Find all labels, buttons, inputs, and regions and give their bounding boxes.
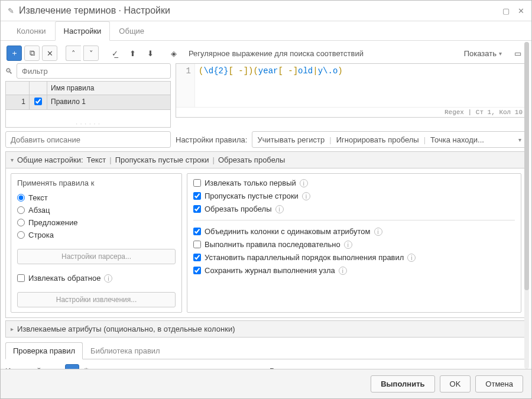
window-controls: ▢ ✕ <box>502 7 524 15</box>
extract-inverse-checkbox[interactable]: Извлекать обратное i <box>17 274 176 283</box>
main-tabs: Колонки Настройки Общие <box>1 21 531 41</box>
check-journal[interactable]: Сохранить журнал выполнения узла i <box>193 266 515 275</box>
rule-settings-label: Настройки правила: <box>176 135 247 144</box>
options-box: Извлекать только первый i Пропускать пус… <box>187 173 521 313</box>
rules-toolbar: ＋ ⧉ ✕ ˄ ˅ ✓̲ ⬆ ⬇ ◈ Регулярное выражение … <box>5 43 527 63</box>
rule-settings-dropdown[interactable]: Учитывать регистр | Игнорировать пробелы… <box>252 131 527 148</box>
show-dropdown[interactable]: Показать ▾ <box>464 49 502 58</box>
extractable-attrs-header[interactable]: ▸ Извлекаемые атрибуты (опционально, в о… <box>5 320 527 338</box>
scrollbar[interactable] <box>524 42 529 369</box>
info-icon: i <box>374 228 382 236</box>
radio-line[interactable]: Строка <box>17 231 176 239</box>
tab-settings[interactable]: Настройки <box>55 21 111 41</box>
preview-tabs: Проверка правил Библиотека правил <box>5 342 527 359</box>
pencil-icon: ✎ <box>8 7 14 15</box>
run-preview-button[interactable]: ▶ <box>65 364 79 369</box>
check-merge-cols[interactable]: Объединить колонки с одинаковым атрибуто… <box>193 227 515 236</box>
move-up-button[interactable]: ˄ <box>66 46 81 61</box>
rule-index: 1 <box>6 95 30 109</box>
filter-input[interactable] <box>17 63 171 79</box>
check-sequential[interactable]: Выполнить правила последовательно i <box>193 240 515 249</box>
info-icon: i <box>104 274 112 283</box>
info-icon: i <box>339 267 347 275</box>
info-icon: i <box>344 241 352 249</box>
layout-icon[interactable]: ▭ <box>510 46 525 61</box>
line-number: 1 <box>176 64 195 107</box>
regex-label: Регулярное выражение для поиска соответс… <box>189 49 364 58</box>
chevron-down-icon: ▾ <box>518 137 521 143</box>
chevron-down-icon: ▾ <box>11 157 14 163</box>
parser-settings-button[interactable]: Настройки парсера... <box>17 249 176 264</box>
validate-icon[interactable]: ✓̲ <box>107 46 122 61</box>
execute-button[interactable]: Выполнить <box>371 375 434 392</box>
rule-row[interactable]: 1 Правило 1 <box>6 95 170 109</box>
tab-general[interactable]: Общие <box>110 21 153 41</box>
show-label: Показать <box>464 49 497 58</box>
rule-name-cell: Правило 1 <box>47 95 170 109</box>
cancel-button[interactable]: Отмена <box>475 375 523 392</box>
download-icon[interactable]: ⬇ <box>142 46 158 61</box>
rules-table: Имя правила 1 Правило 1 <box>5 81 171 110</box>
tab-rule-check[interactable]: Проверка правил <box>5 342 83 359</box>
copy-rule-button[interactable]: ⧉ <box>24 46 40 61</box>
chevron-down-icon: ▾ <box>499 50 502 57</box>
title-bar: ✎ Извлечение терминов · Настройки ▢ ✕ <box>1 1 531 21</box>
add-rule-button[interactable]: ＋ <box>7 46 22 61</box>
maximize-icon[interactable]: ▢ <box>502 7 510 15</box>
chevron-right-icon: ▸ <box>11 326 14 332</box>
regex-code: (\d{2}[ -])(year[ -]old|y\.o) <box>195 64 346 107</box>
apply-title: Применять правила к <box>17 179 176 187</box>
tab-rule-library[interactable]: Библиотека правил <box>83 342 168 359</box>
radio-sentence[interactable]: Предложение <box>17 218 176 227</box>
rules-header-name: Имя правила <box>47 82 170 95</box>
info-icon: i <box>302 192 310 200</box>
search-icon: 🔍︎ <box>5 67 13 76</box>
move-down-button[interactable]: ˅ <box>83 46 99 61</box>
check-skip-empty[interactable]: Пропускать пустые строки i <box>193 192 515 200</box>
window-title: Извлечение терминов · Настройки <box>19 5 502 16</box>
regex-editor[interactable]: 1 (\d{2}[ -])(year[ -]old|y\.o) Regex | … <box>176 63 527 118</box>
content-area: ＋ ⧉ ✕ ˄ ˅ ✓̲ ⬆ ⬇ ◈ Регулярное выражение … <box>1 41 531 369</box>
table-resize-handle[interactable]: · · · · · · <box>5 110 171 128</box>
info-icon: i <box>300 179 308 187</box>
radio-text[interactable]: Текст <box>17 193 176 202</box>
apply-rules-box: Применять правила к Текст Абзац Предложе… <box>11 173 182 313</box>
delete-rule-button[interactable]: ✕ <box>42 46 57 61</box>
info-icon: i <box>275 205 284 213</box>
radio-paragraph[interactable]: Абзац <box>17 206 176 215</box>
check-only-first[interactable]: Извлекать только первый i <box>193 179 515 187</box>
rule-enabled-checkbox[interactable] <box>34 98 42 105</box>
dialog-window: ✎ Извлечение терминов · Настройки ▢ ✕ Ко… <box>0 0 532 399</box>
extract-settings-button[interactable]: Настройки извлечения... <box>17 292 176 307</box>
close-icon[interactable]: ✕ <box>518 7 524 15</box>
dialog-footer: Выполнить OK Отмена <box>1 369 531 398</box>
editor-status: Regex | Ст 1, Кол 10 <box>176 107 526 117</box>
general-settings-header[interactable]: ▾ Общие настройки: Текст | Пропускать пу… <box>5 151 527 168</box>
tab-columns[interactable]: Колонки <box>8 21 55 41</box>
upload-icon[interactable]: ⬆ <box>125 46 140 61</box>
info-icon: i <box>407 254 416 262</box>
scrollbar-thumb[interactable] <box>524 42 529 290</box>
check-parallel[interactable]: Установить параллельный порядок выполнен… <box>193 253 515 262</box>
description-input[interactable] <box>5 131 171 148</box>
ok-button[interactable]: OK <box>440 375 471 392</box>
check-trim[interactable]: Обрезать пробелы i <box>193 205 515 213</box>
cube-icon[interactable]: ◈ <box>166 46 181 61</box>
